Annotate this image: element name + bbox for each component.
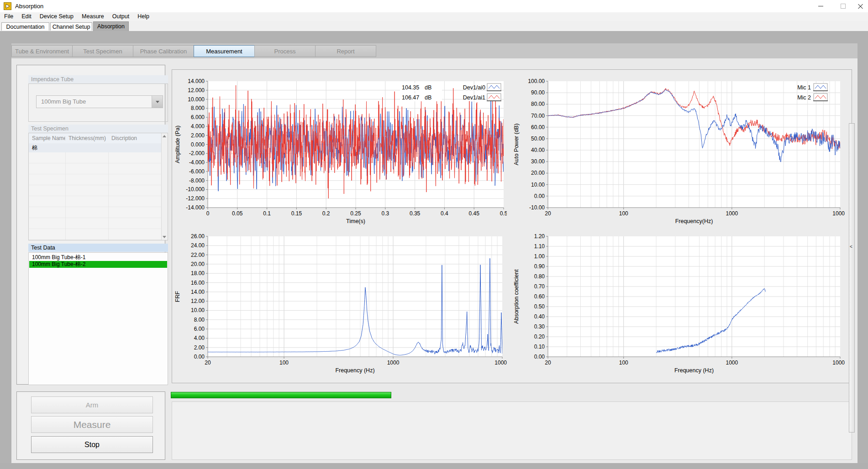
- svg-text:-6.000: -6.000: [189, 168, 205, 175]
- close-icon: [858, 4, 863, 9]
- subtab-report[interactable]: Report: [315, 45, 376, 57]
- sub-tab-strip: Tube & Environment Test Specimen Phase C…: [11, 43, 857, 58]
- svg-text:dB: dB: [425, 94, 431, 101]
- subtab-process[interactable]: Process: [254, 45, 316, 57]
- column-discription: Discription: [108, 133, 161, 143]
- svg-text:0.5: 0.5: [500, 210, 507, 217]
- auto-power-graph: -10.000.0010.0020.0030.0040.0050.0060.00…: [512, 75, 845, 230]
- tube-dropdown[interactable]: 100mm Big Tube: [36, 95, 163, 108]
- svg-text:Mic 1: Mic 1: [797, 84, 811, 91]
- svg-text:10.00: 10.00: [191, 307, 205, 313]
- svg-text:10000: 10000: [832, 360, 845, 366]
- app-icon: [4, 2, 11, 10]
- close-button[interactable]: [852, 0, 868, 12]
- minimize-button[interactable]: [813, 0, 828, 12]
- setup-panel: Impendace Tube 100mm Big Tube Test Speci…: [16, 65, 165, 385]
- svg-text:90.00: 90.00: [531, 89, 545, 96]
- svg-text:100.00: 100.00: [528, 78, 545, 84]
- svg-text:Time(s): Time(s): [346, 218, 365, 224]
- svg-text:20.00: 20.00: [191, 261, 205, 267]
- measure-button[interactable]: Measure: [31, 416, 153, 433]
- svg-text:Frequency(Hz): Frequency(Hz): [675, 218, 713, 224]
- svg-text:-8.000: -8.000: [189, 177, 205, 184]
- svg-text:0.30: 0.30: [534, 323, 545, 330]
- svg-text:0.90: 0.90: [534, 263, 545, 270]
- svg-text:12.000: 12.000: [188, 87, 205, 94]
- svg-text:0.70: 0.70: [534, 283, 545, 290]
- dropdown-arrow-button[interactable]: [152, 96, 163, 108]
- test-data-header: Test Data: [28, 244, 168, 252]
- svg-text:dB: dB: [425, 84, 431, 91]
- svg-text:-2.000: -2.000: [189, 150, 205, 156]
- impedance-tube-header: Impendace Tube: [28, 75, 168, 83]
- svg-text:12.00: 12.00: [191, 298, 205, 304]
- svg-text:Dev1/ai1: Dev1/ai1: [463, 94, 485, 101]
- svg-text:-10.00: -10.00: [529, 204, 545, 211]
- menu-help[interactable]: Help: [133, 12, 153, 21]
- svg-text:0.00: 0.00: [534, 193, 545, 199]
- stop-button[interactable]: Stop: [31, 436, 153, 453]
- svg-text:6.00: 6.00: [194, 326, 205, 332]
- svg-text:0.35: 0.35: [410, 210, 421, 217]
- menu-output[interactable]: Output: [108, 12, 134, 21]
- maximize-icon: [841, 4, 846, 9]
- svg-text:14.000: 14.000: [188, 78, 205, 84]
- tab-channel-setup[interactable]: Channel Setup: [50, 22, 92, 31]
- table-row[interactable]: 棉: [29, 143, 161, 152]
- svg-text:14.00: 14.00: [191, 289, 205, 295]
- list-item-selected[interactable]: 100mm Big Tube-棉-2: [29, 261, 167, 268]
- tab-absorption[interactable]: Absorption: [93, 21, 129, 31]
- test-specimen-table[interactable]: Sample Name Thickness(mm) Discription 棉: [28, 133, 168, 240]
- collapsed-panel-scrollbar[interactable]: <: [849, 123, 855, 433]
- svg-text:20: 20: [545, 360, 551, 366]
- svg-text:1.10: 1.10: [534, 243, 545, 250]
- svg-text:18.00: 18.00: [191, 270, 205, 276]
- maximize-button[interactable]: [835, 0, 851, 12]
- svg-text:100: 100: [279, 360, 289, 366]
- svg-text:FRF: FRF: [174, 291, 181, 302]
- empty-bottom-panel: [172, 401, 852, 460]
- svg-text:80.00: 80.00: [531, 101, 545, 107]
- subtab-tube-environment[interactable]: Tube & Environment: [11, 45, 73, 57]
- subtab-phase-calibration[interactable]: Phase Calibration: [133, 45, 194, 57]
- subtab-measurement[interactable]: Measurement: [194, 45, 255, 57]
- svg-text:0.3: 0.3: [381, 210, 389, 217]
- svg-text:10000: 10000: [832, 210, 845, 217]
- menu-measure[interactable]: Measure: [78, 12, 108, 21]
- svg-text:50.00: 50.00: [531, 135, 545, 142]
- svg-text:60.00: 60.00: [531, 124, 545, 130]
- tab-documentation[interactable]: Documentation: [1, 22, 49, 31]
- svg-text:2.000: 2.000: [191, 132, 205, 139]
- svg-text:-12.000: -12.000: [186, 195, 205, 202]
- svg-text:2.00: 2.00: [194, 344, 205, 351]
- app-window: Absorption File Edit Device Setup Measur…: [0, 0, 868, 469]
- column-sample-name: Sample Name: [29, 133, 65, 143]
- svg-text:24.00: 24.00: [191, 242, 205, 249]
- list-item[interactable]: 100mm Big Tube-棉-1: [29, 254, 167, 261]
- tube-dropdown-value: 100mm Big Tube: [41, 96, 86, 108]
- subtab-test-specimen[interactable]: Test Specimen: [72, 45, 133, 57]
- svg-text:20: 20: [205, 360, 211, 366]
- scroll-down-icon[interactable]: [163, 236, 166, 238]
- menu-file[interactable]: File: [0, 12, 17, 21]
- svg-text:4.000: 4.000: [191, 123, 205, 130]
- svg-text:10000: 10000: [494, 360, 507, 366]
- menu-edit[interactable]: Edit: [17, 12, 36, 21]
- menu-device-setup[interactable]: Device Setup: [36, 12, 78, 21]
- test-data-list[interactable]: 100mm Big Tube-棉-1 100mm Big Tube-棉-2: [28, 252, 168, 385]
- arm-button[interactable]: Arm: [31, 396, 153, 413]
- svg-text:0.4: 0.4: [441, 210, 448, 217]
- svg-text:0.00: 0.00: [194, 354, 205, 360]
- svg-text:Dev1/ai0: Dev1/ai0: [463, 84, 485, 91]
- scroll-up-icon[interactable]: [163, 135, 166, 137]
- window-title: Absorption: [15, 3, 43, 10]
- absorption-coefficient-graph: 0.000.100.200.300.400.500.600.700.800.90…: [512, 230, 845, 379]
- svg-text:1.20: 1.20: [534, 233, 545, 240]
- svg-text:1000: 1000: [387, 360, 400, 366]
- svg-text:Auto Power (dB): Auto Power (dB): [513, 124, 520, 166]
- svg-text:0.1: 0.1: [263, 210, 271, 217]
- svg-text:10.00: 10.00: [531, 182, 545, 188]
- table-scrollbar[interactable]: [161, 133, 168, 240]
- cell-thickness: [65, 143, 108, 152]
- svg-text:0.40: 0.40: [534, 313, 545, 320]
